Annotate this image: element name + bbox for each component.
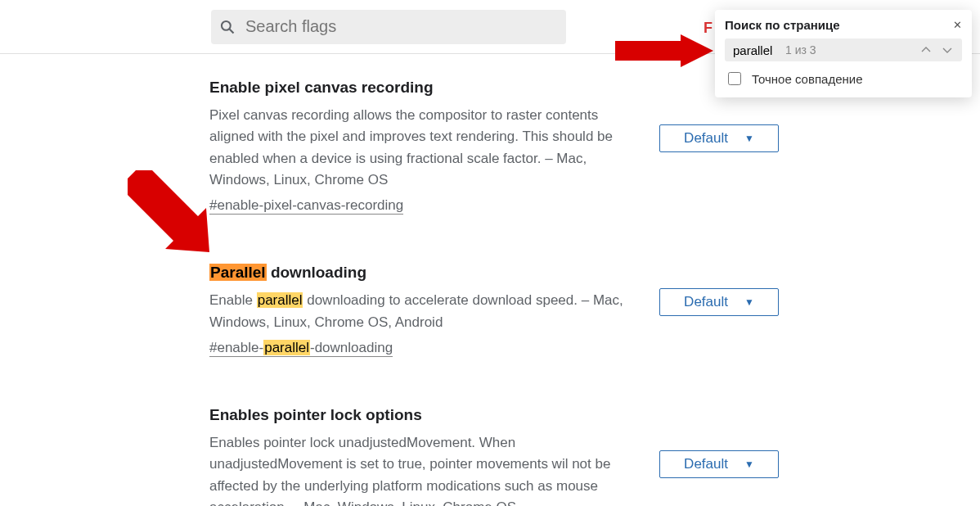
find-prev-button[interactable] xyxy=(918,42,934,58)
find-match-count: 1 из 3 xyxy=(785,43,913,56)
flag-description: Enables pointer lock unadjustedMovement.… xyxy=(209,432,635,506)
flag-title: Enable pixel canvas recording xyxy=(209,79,635,97)
chevron-down-icon: ▼ xyxy=(744,133,754,144)
find-input-row: 1 из 3 xyxy=(725,38,962,61)
search-highlight: parallel xyxy=(263,340,310,355)
find-exact-match[interactable]: Точное совпадение xyxy=(725,70,962,88)
search-highlight: parallel xyxy=(257,292,303,308)
find-next-button[interactable] xyxy=(939,42,955,58)
flag-state-value: Default xyxy=(684,456,728,472)
flag-title: Parallel downloading xyxy=(209,264,635,282)
flag-state-select[interactable]: Default ▼ xyxy=(659,450,779,478)
flags-list: Enable pixel canvas recording Pixel canv… xyxy=(0,54,980,506)
flag-title: Enables pointer lock options xyxy=(209,406,635,424)
search-icon xyxy=(219,19,236,35)
svg-marker-3 xyxy=(128,170,209,252)
flag-anchor-link[interactable]: #enable-pixel-canvas-recording xyxy=(209,197,403,215)
find-input[interactable] xyxy=(731,43,780,58)
flag-state-value: Default xyxy=(684,130,728,147)
search-flags-input[interactable] xyxy=(244,16,558,37)
find-exact-label: Точное совпадение xyxy=(752,72,863,86)
search-flags-box[interactable] xyxy=(211,10,566,44)
search-highlight-active: Parallel xyxy=(209,264,267,281)
flag-description: Pixel canvas recording allows the compos… xyxy=(209,105,635,191)
flag-item: Parallel downloading Enable parallel dow… xyxy=(209,264,980,357)
flag-item: Enables pointer lock options Enables poi… xyxy=(209,406,980,506)
flag-item: Enable pixel canvas recording Pixel canv… xyxy=(209,79,980,215)
find-exact-checkbox[interactable] xyxy=(728,72,741,85)
find-in-page-panel: Поиск по странице ✕ 1 из 3 Точное совпад… xyxy=(715,10,972,97)
find-panel-title: Поиск по странице xyxy=(725,18,840,32)
close-icon[interactable]: ✕ xyxy=(953,19,962,31)
annotation-arrow xyxy=(128,170,218,260)
chevron-down-icon: ▼ xyxy=(744,459,754,470)
annotation-arrow xyxy=(615,34,713,67)
svg-marker-2 xyxy=(615,34,713,67)
chevron-down-icon: ▼ xyxy=(744,296,754,308)
svg-line-1 xyxy=(230,29,234,33)
flag-description: Enable parallel downloading to accelerat… xyxy=(209,290,635,333)
flag-anchor-link[interactable]: #enable-parallel-downloading xyxy=(209,340,393,357)
flag-state-select[interactable]: Default ▼ xyxy=(659,124,779,152)
flag-state-value: Default xyxy=(684,294,728,310)
flag-state-select[interactable]: Default ▼ xyxy=(659,288,779,316)
svg-point-0 xyxy=(222,20,231,29)
